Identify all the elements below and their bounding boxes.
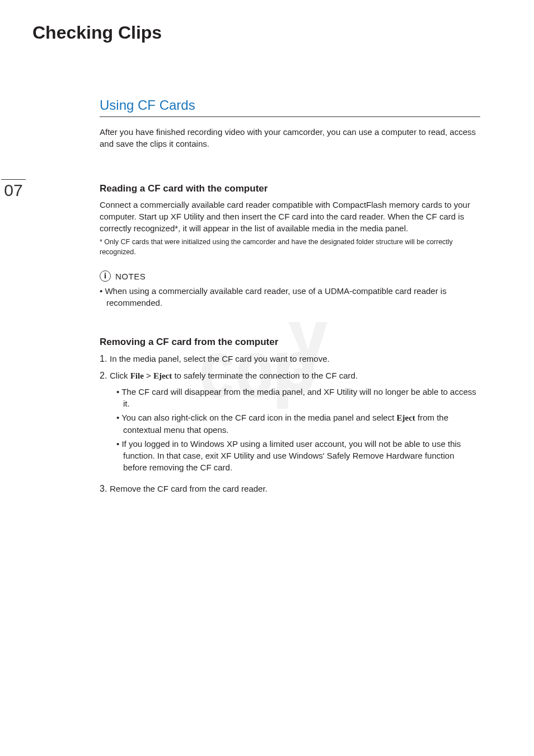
step-2-bullet-2-pre: You can also right-click on the CF card …	[121, 413, 396, 422]
main-content: Using CF Cards After you have finished r…	[100, 97, 480, 499]
intro-paragraph: After you have finished recording video …	[100, 126, 480, 150]
step-2-bullet-3: If you logged in to Windows XP using a l…	[100, 438, 480, 473]
info-icon: i	[100, 270, 111, 282]
menu-eject-context: Eject	[397, 413, 415, 422]
step-1: 1.In the media panel, select the CF card…	[100, 352, 480, 366]
subsection-reading-body: Connect a commercially available card re…	[100, 199, 480, 234]
step-2-pre: Click	[110, 371, 130, 380]
step-3: 3.Remove the CF card from the card reade…	[100, 482, 480, 496]
menu-eject: Eject	[153, 371, 172, 380]
step-2-number: 2.	[100, 369, 110, 382]
section-title: Using CF Cards	[100, 97, 480, 117]
subsection-removing-title: Removing a CF card from the computer	[100, 337, 480, 348]
step-3-number: 3.	[100, 482, 110, 496]
subsection-reading-title: Reading a CF card with the computer	[100, 183, 480, 194]
notes-header: i NOTES	[100, 270, 480, 282]
step-3-text: Remove the CF card from the card reader.	[110, 484, 268, 493]
page-number: 07	[1, 179, 26, 200]
step-2-bullet-2: You can also right-click on the CF card …	[100, 412, 480, 436]
page-title: Checking Clips	[32, 22, 162, 43]
footnote: * Only CF cards that were initialized us…	[100, 237, 480, 257]
step-2: 2.Click File > Eject to safely terminate…	[100, 369, 480, 382]
menu-file: File	[130, 371, 144, 380]
step-1-number: 1.	[100, 352, 110, 366]
menu-gt: >	[144, 371, 153, 380]
step-2-post: to safely terminate the connection to th…	[172, 371, 358, 380]
step-2-bullet-1: The CF card will disappear from the medi…	[100, 386, 480, 409]
step-1-text: In the media panel, select the CF card y…	[110, 354, 330, 363]
notes-label: NOTES	[115, 272, 146, 281]
note-item: When using a commercially available card…	[100, 285, 480, 309]
